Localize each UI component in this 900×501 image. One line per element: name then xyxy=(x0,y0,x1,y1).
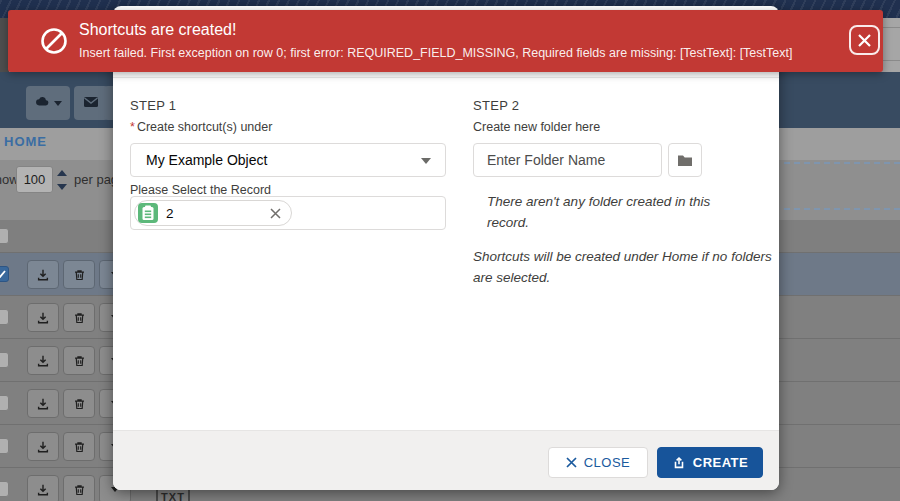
create-button[interactable]: CREATE xyxy=(657,447,763,478)
divider xyxy=(113,77,779,78)
download-button xyxy=(27,475,59,501)
trash-icon xyxy=(73,311,86,325)
download-button xyxy=(27,432,59,461)
trash-icon xyxy=(73,397,86,411)
row-checkbox xyxy=(0,309,9,325)
record-lookup-field[interactable]: 2 xyxy=(130,196,446,230)
no-folders-note: There aren't any folder created in this … xyxy=(487,192,755,234)
folder-name-input[interactable] xyxy=(473,143,662,177)
download-icon xyxy=(36,354,50,368)
cloud-download-button xyxy=(26,86,70,120)
decrement-arrow xyxy=(57,184,67,190)
step1-field2-label: Please Select the Record xyxy=(130,183,271,197)
dashed-dropzone-border xyxy=(784,162,900,164)
row-checkbox xyxy=(0,395,9,411)
delete-button xyxy=(63,432,95,461)
object-select-value: My Example Object xyxy=(146,152,267,168)
chevron-down-icon xyxy=(421,158,431,164)
step2-field-label: Create new folder here xyxy=(473,120,600,134)
breadcrumb: HOME xyxy=(4,134,47,149)
download-icon xyxy=(36,483,50,497)
record-pill-label: 2 xyxy=(166,206,270,221)
record-icon xyxy=(138,203,158,223)
row-checkbox xyxy=(0,481,9,497)
download-button xyxy=(27,389,59,418)
x-icon xyxy=(566,457,577,468)
row-checkbox xyxy=(0,352,9,368)
toast-message: Insert failed. First exception on row 0;… xyxy=(79,46,792,60)
app-screen: HOME Show 100 per page ACTIONS SHORTCUT xyxy=(0,0,900,501)
check-icon xyxy=(0,270,6,278)
delete-button xyxy=(63,260,95,289)
up-down-arrows-icon xyxy=(57,168,67,192)
modal-footer: CLOSE CREATE xyxy=(113,430,779,490)
trash-icon xyxy=(73,483,86,497)
create-shortcut-modal: STEP 1 *Create shortcut(s) under My Exam… xyxy=(113,6,779,490)
cloud-download-icon xyxy=(34,94,50,112)
chevron-down-icon xyxy=(54,101,62,106)
email-button xyxy=(74,86,108,120)
download-button xyxy=(27,303,59,332)
required-asterisk: * xyxy=(130,120,135,134)
download-button xyxy=(27,346,59,375)
step2-heading: STEP 2 xyxy=(473,98,519,113)
shortcut-icon xyxy=(672,456,686,470)
download-icon xyxy=(36,311,50,325)
envelope-icon xyxy=(83,94,99,112)
record-pill[interactable]: 2 xyxy=(134,200,292,226)
error-toast: Shortcuts are created! Insert failed. Fi… xyxy=(8,10,883,72)
trash-icon xyxy=(73,354,86,368)
ban-icon xyxy=(39,26,69,60)
close-button-label: CLOSE xyxy=(584,455,631,470)
download-icon xyxy=(36,440,50,454)
toast-title: Shortcuts are created! xyxy=(79,21,236,39)
trash-icon xyxy=(73,440,86,454)
object-select[interactable]: My Example Object xyxy=(130,143,446,177)
toast-close-button[interactable] xyxy=(849,25,880,55)
trash-icon xyxy=(73,268,86,282)
download-icon xyxy=(36,397,50,411)
close-icon xyxy=(857,33,872,48)
page-size-input: 100 xyxy=(16,166,53,193)
remove-icon[interactable] xyxy=(270,208,281,219)
row-checkbox xyxy=(0,266,9,282)
delete-button xyxy=(63,303,95,332)
download-icon xyxy=(36,268,50,282)
delete-button xyxy=(63,346,95,375)
download-button xyxy=(27,260,59,289)
delete-button xyxy=(63,389,95,418)
create-folder-button[interactable] xyxy=(668,143,702,177)
increment-arrow xyxy=(57,170,67,176)
default-home-note: Shortcuts will be created under Home if … xyxy=(473,247,773,289)
row-checkbox xyxy=(0,438,9,454)
dashed-dropzone-border xyxy=(784,208,900,210)
step1-heading: STEP 1 xyxy=(130,98,176,113)
folder-icon xyxy=(677,154,693,167)
delete-button xyxy=(63,475,95,501)
create-button-label: CREATE xyxy=(693,455,748,470)
step1-field1-label: *Create shortcut(s) under xyxy=(130,120,272,134)
field-label-text: Create shortcut(s) under xyxy=(137,120,272,134)
select-all-checkbox xyxy=(0,228,9,244)
close-button[interactable]: CLOSE xyxy=(548,447,648,478)
